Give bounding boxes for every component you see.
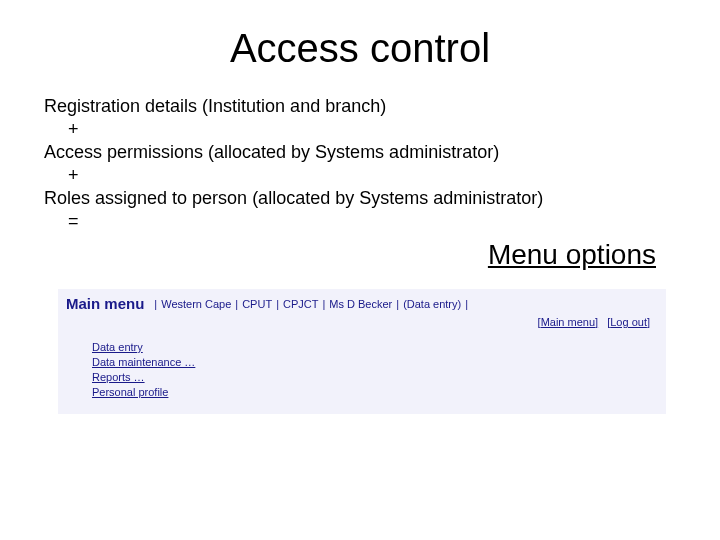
link-main-menu[interactable]: Main menu [538, 316, 599, 328]
menu-sublinks: Main menu Log out [58, 314, 666, 336]
crumb-sep: | [322, 298, 325, 310]
crumb-sep: | [276, 298, 279, 310]
menu-item-data-maintenance[interactable]: Data maintenance … [92, 355, 666, 370]
menu-options-label: Menu options [44, 239, 656, 271]
crumb-sep: | [465, 298, 468, 310]
crumb-role: (Data entry) [403, 298, 461, 310]
crumb-branch: CPJCT [283, 298, 318, 310]
menu-item-personal-profile[interactable]: Personal profile [92, 385, 666, 400]
body-op-3: = [44, 210, 676, 233]
crumb-sep: | [396, 298, 399, 310]
crumb-user: Ms D Becker [329, 298, 392, 310]
crumb-region: Western Cape [161, 298, 231, 310]
main-menu-header: Main menu | Western Cape | CPUT | CPJCT … [58, 289, 666, 314]
main-menu-panel: Main menu | Western Cape | CPUT | CPJCT … [58, 289, 666, 413]
crumb-institution: CPUT [242, 298, 272, 310]
crumb-sep: | [154, 298, 157, 310]
menu-list: Data entry Data maintenance … Reports … … [58, 336, 666, 413]
menu-item-reports[interactable]: Reports … [92, 370, 666, 385]
body-op-2: + [44, 164, 676, 187]
body-line-3: Roles assigned to person (allocated by S… [44, 187, 676, 210]
body-op-1: + [44, 118, 676, 141]
slide-title: Access control [44, 26, 676, 71]
body-line-1: Registration details (Institution and br… [44, 95, 676, 118]
body-text-block: Registration details (Institution and br… [44, 95, 676, 233]
menu-item-data-entry[interactable]: Data entry [92, 340, 666, 355]
body-line-2: Access permissions (allocated by Systems… [44, 141, 676, 164]
crumb-sep: | [235, 298, 238, 310]
link-log-out[interactable]: Log out [607, 316, 650, 328]
main-menu-title: Main menu [66, 295, 144, 312]
